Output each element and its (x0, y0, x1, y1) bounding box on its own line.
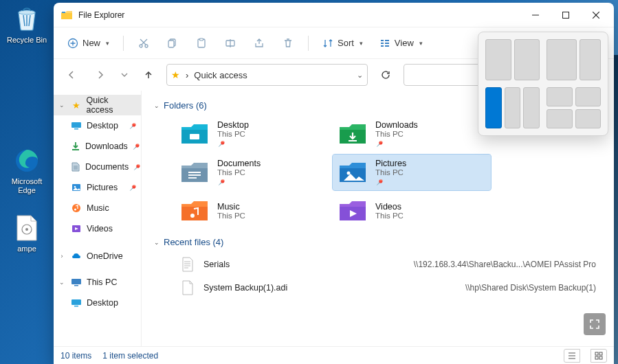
folder-downloads[interactable]: DownloadsThis PC📍 (333, 116, 491, 152)
paste-button[interactable] (188, 32, 214, 55)
nav-forward-button[interactable] (89, 64, 111, 86)
chevron-down-icon: ⌄ (58, 102, 66, 109)
svg-point-3 (25, 228, 28, 231)
recycle-bin-icon (13, 5, 41, 33)
chevron-down-icon: ▾ (360, 40, 363, 47)
sidebar-downloads[interactable]: Downloads📍 (54, 136, 141, 157)
status-selected-count: 1 item selected (102, 351, 158, 361)
svg-rect-6 (563, 12, 569, 18)
recent-file-row[interactable]: Serials \\192.168.3.44\Share\Backu...\AO… (175, 253, 602, 276)
plus-circle-icon (67, 38, 78, 49)
chevron-right-icon: › (58, 253, 66, 260)
svg-point-48 (347, 172, 351, 175)
desktop-icon-label: ampe (3, 244, 51, 253)
sidebar-onedrive[interactable]: › OneDrive (54, 246, 141, 266)
chevron-down-icon: ⌄ (154, 239, 159, 246)
titlebar[interactable]: File Explorer (54, 3, 614, 27)
snap-layouts-popup (478, 32, 608, 136)
videos-icon (70, 223, 82, 235)
view-details-button[interactable] (564, 349, 580, 363)
svg-rect-27 (385, 45, 389, 47)
star-icon: ★ (70, 99, 82, 111)
file-icon (13, 214, 41, 242)
new-button[interactable]: New ▾ (60, 32, 116, 55)
svg-rect-28 (71, 122, 81, 128)
sidebar-videos[interactable]: Videos (54, 218, 141, 239)
chevron-down-icon: ⌄ (154, 102, 159, 109)
document-icon (70, 161, 81, 173)
folder-music[interactable]: MusicThis PC (175, 193, 333, 229)
chevron-down-icon: ⌄ (58, 279, 66, 286)
svg-rect-42 (74, 306, 78, 307)
sidebar-quick-access[interactable]: ⌄ ★ Quick access (54, 95, 141, 115)
share-icon (254, 38, 265, 49)
pin-icon: 📍 (216, 177, 227, 187)
maximize-button[interactable] (551, 4, 581, 26)
fullscreen-icon[interactable] (584, 313, 606, 335)
folder-videos[interactable]: VideosThis PC (333, 193, 491, 229)
address-path: Quick access (194, 70, 247, 80)
close-button[interactable] (581, 4, 611, 26)
sidebar-documents[interactable]: Documents📍 (54, 157, 141, 177)
rename-button[interactable] (217, 32, 243, 55)
pin-icon: 📍 (131, 141, 142, 152)
desktop-icon (70, 297, 82, 309)
sidebar-pictures[interactable]: Pictures📍 (54, 177, 141, 198)
desktop-recycle-bin[interactable]: Recycle Bin (3, 5, 51, 45)
copy-icon (167, 38, 178, 49)
folder-desktop[interactable]: DesktopThis PC📍 (175, 116, 333, 152)
desktop-edge[interactable]: Microsoft Edge (3, 147, 51, 195)
refresh-button[interactable] (375, 64, 397, 86)
folder-music-icon (180, 198, 209, 223)
text-file-icon (180, 257, 195, 272)
svg-rect-4 (62, 12, 65, 13)
paste-icon (196, 38, 207, 49)
delete-button[interactable] (275, 32, 301, 55)
trash-icon (283, 38, 294, 49)
svg-rect-17 (168, 41, 174, 47)
chevron-down-icon[interactable]: ⌄ (357, 71, 363, 80)
svg-rect-58 (599, 352, 602, 355)
svg-rect-57 (595, 352, 598, 355)
sidebar-this-pc[interactable]: ⌄ This PC (54, 272, 141, 293)
svg-point-49 (190, 214, 195, 218)
recent-section-header[interactable]: ⌄ Recent files (4) (154, 237, 602, 247)
desktop-icon-label: Microsoft Edge (3, 177, 51, 195)
chevron-down-icon: ▾ (419, 40, 423, 47)
explorer-icon (60, 9, 73, 21)
sidebar-music[interactable]: Music (54, 198, 141, 218)
snap-layout-quad[interactable] (547, 87, 601, 128)
download-icon (70, 140, 81, 152)
file-icon (180, 280, 195, 295)
desktop-ampe-file[interactable]: ampe (3, 214, 51, 253)
statusbar: 10 items 1 item selected (54, 346, 614, 364)
snap-layout-half[interactable] (485, 39, 540, 80)
cut-button[interactable] (131, 32, 157, 55)
svg-rect-39 (71, 279, 81, 284)
nav-recent-button[interactable] (118, 64, 131, 86)
svg-point-12 (140, 45, 142, 47)
nav-up-button[interactable] (137, 64, 159, 86)
svg-point-0 (19, 10, 35, 14)
folder-pictures-icon (338, 160, 367, 185)
folder-documents[interactable]: DocumentsThis PC📍 (175, 155, 333, 190)
sidebar-pc-desktop[interactable]: Desktop (54, 293, 141, 313)
folder-pictures[interactable]: PicturesThis PC📍 (333, 155, 491, 190)
sort-button[interactable]: Sort ▾ (316, 32, 370, 55)
snap-layout-thirds[interactable] (485, 87, 540, 128)
pin-icon: 📍 (374, 177, 385, 187)
minimize-button[interactable] (520, 4, 551, 26)
address-bar[interactable]: ★ › Quick access ⌄ (166, 64, 368, 86)
recent-file-row[interactable]: System Backup(1).adi \\hp\Shared Disk\Sy… (175, 276, 602, 299)
copy-button[interactable] (159, 32, 186, 55)
snap-layout-twothirds[interactable] (547, 39, 601, 80)
pin-icon: 📍 (127, 120, 138, 131)
nav-back-button[interactable] (60, 64, 82, 86)
view-thumbnails-button[interactable] (591, 349, 607, 363)
star-icon: ★ (171, 69, 180, 80)
pin-icon: 📍 (216, 138, 227, 149)
svg-point-37 (74, 208, 76, 210)
share-button[interactable] (246, 32, 272, 55)
view-button[interactable]: View ▾ (373, 32, 430, 55)
sidebar-desktop[interactable]: Desktop📍 (54, 115, 141, 136)
